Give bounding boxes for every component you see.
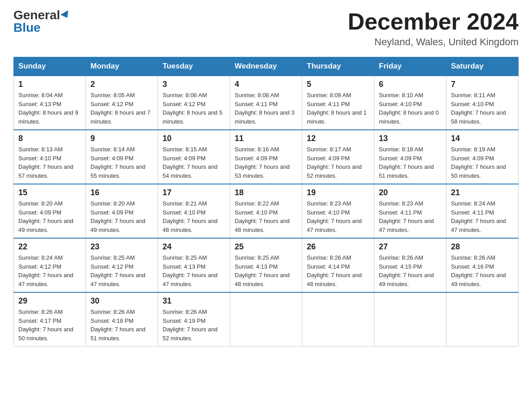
day-number: 9: [90, 134, 153, 143]
weekday-header-friday: Friday: [374, 57, 446, 76]
calendar-cell: 28 Sunrise: 8:26 AMSunset: 4:16 PMDaylig…: [446, 238, 519, 292]
calendar-cell: 18 Sunrise: 8:22 AMSunset: 4:10 PMDaylig…: [230, 184, 302, 238]
day-number: 16: [90, 188, 153, 197]
day-number: 5: [307, 80, 369, 89]
day-info: Sunrise: 8:16 AMSunset: 4:09 PMDaylight:…: [235, 145, 297, 180]
calendar-cell: [374, 292, 446, 347]
calendar-cell: 4 Sunrise: 8:08 AMSunset: 4:11 PMDayligh…: [230, 76, 302, 130]
weekday-header-thursday: Thursday: [302, 57, 374, 76]
location-text: Neyland, Wales, United Kingdom: [348, 36, 519, 48]
day-info: Sunrise: 8:20 AMSunset: 4:09 PMDaylight:…: [90, 199, 153, 234]
day-info: Sunrise: 8:21 AMSunset: 4:10 PMDaylight:…: [163, 199, 225, 234]
day-number: 28: [451, 242, 514, 252]
day-number: 30: [90, 296, 153, 306]
week-row-5: 29 Sunrise: 8:26 AMSunset: 4:17 PMDaylig…: [14, 292, 519, 347]
title-area: December 2024 Neyland, Wales, United Kin…: [348, 9, 519, 48]
logo: General Blue: [13, 9, 70, 34]
calendar-cell: [302, 292, 374, 347]
logo-blue-text: Blue: [13, 21, 41, 34]
day-number: 12: [307, 134, 369, 143]
day-info: Sunrise: 8:04 AMSunset: 4:13 PMDaylight:…: [18, 91, 81, 126]
day-number: 10: [163, 134, 225, 143]
day-number: 8: [18, 134, 81, 143]
calendar-cell: 12 Sunrise: 8:17 AMSunset: 4:09 PMDaylig…: [302, 130, 374, 184]
day-info: Sunrise: 8:17 AMSunset: 4:09 PMDaylight:…: [307, 145, 369, 180]
day-number: 18: [235, 188, 297, 197]
day-number: 3: [163, 80, 225, 89]
calendar-cell: 19 Sunrise: 8:23 AMSunset: 4:10 PMDaylig…: [302, 184, 374, 238]
day-number: 21: [451, 188, 514, 197]
calendar-cell: 21 Sunrise: 8:24 AMSunset: 4:11 PMDaylig…: [446, 184, 519, 238]
day-info: Sunrise: 8:22 AMSunset: 4:10 PMDaylight:…: [235, 199, 297, 234]
day-number: 17: [163, 188, 225, 197]
calendar-cell: 17 Sunrise: 8:21 AMSunset: 4:10 PMDaylig…: [158, 184, 230, 238]
calendar-cell: 24 Sunrise: 8:25 AMSunset: 4:13 PMDaylig…: [158, 238, 230, 292]
calendar-table: SundayMondayTuesdayWednesdayThursdayFrid…: [13, 57, 519, 347]
day-number: 20: [379, 188, 442, 197]
day-info: Sunrise: 8:24 AMSunset: 4:11 PMDaylight:…: [451, 199, 514, 234]
day-info: Sunrise: 8:08 AMSunset: 4:11 PMDaylight:…: [235, 91, 297, 126]
day-number: 6: [379, 80, 442, 89]
calendar-cell: 14 Sunrise: 8:19 AMSunset: 4:09 PMDaylig…: [446, 130, 519, 184]
calendar-cell: 29 Sunrise: 8:26 AMSunset: 4:17 PMDaylig…: [14, 292, 86, 347]
calendar-cell: 5 Sunrise: 8:09 AMSunset: 4:11 PMDayligh…: [302, 76, 374, 130]
day-info: Sunrise: 8:13 AMSunset: 4:10 PMDaylight:…: [18, 145, 81, 180]
calendar-cell: [230, 292, 302, 347]
calendar-cell: 26 Sunrise: 8:26 AMSunset: 4:14 PMDaylig…: [302, 238, 374, 292]
week-row-2: 8 Sunrise: 8:13 AMSunset: 4:10 PMDayligh…: [14, 130, 519, 184]
day-info: Sunrise: 8:23 AMSunset: 4:11 PMDaylight:…: [379, 199, 442, 234]
day-number: 22: [18, 242, 81, 252]
day-info: Sunrise: 8:10 AMSunset: 4:10 PMDaylight:…: [379, 91, 442, 126]
weekday-header-monday: Monday: [86, 57, 158, 76]
calendar-cell: 31 Sunrise: 8:26 AMSunset: 4:19 PMDaylig…: [158, 292, 230, 347]
day-number: 13: [379, 134, 442, 143]
calendar-cell: 20 Sunrise: 8:23 AMSunset: 4:11 PMDaylig…: [374, 184, 446, 238]
week-row-1: 1 Sunrise: 8:04 AMSunset: 4:13 PMDayligh…: [14, 76, 519, 130]
calendar-cell: 30 Sunrise: 8:26 AMSunset: 4:18 PMDaylig…: [86, 292, 158, 347]
calendar-cell: 22 Sunrise: 8:24 AMSunset: 4:12 PMDaylig…: [14, 238, 86, 292]
day-info: Sunrise: 8:18 AMSunset: 4:09 PMDaylight:…: [379, 145, 442, 180]
logo-triangle-icon: [60, 10, 71, 20]
day-info: Sunrise: 8:26 AMSunset: 4:18 PMDaylight:…: [90, 308, 153, 342]
day-info: Sunrise: 8:26 AMSunset: 4:16 PMDaylight:…: [451, 253, 514, 288]
calendar-cell: 11 Sunrise: 8:16 AMSunset: 4:09 PMDaylig…: [230, 130, 302, 184]
day-info: Sunrise: 8:05 AMSunset: 4:12 PMDaylight:…: [90, 91, 153, 126]
day-number: 29: [18, 296, 81, 306]
day-number: 23: [90, 242, 153, 252]
day-info: Sunrise: 8:25 AMSunset: 4:12 PMDaylight:…: [90, 253, 153, 288]
calendar-cell: 23 Sunrise: 8:25 AMSunset: 4:12 PMDaylig…: [86, 238, 158, 292]
day-number: 24: [163, 242, 225, 252]
day-number: 1: [18, 80, 81, 89]
day-info: Sunrise: 8:20 AMSunset: 4:09 PMDaylight:…: [18, 199, 81, 234]
day-info: Sunrise: 8:26 AMSunset: 4:17 PMDaylight:…: [18, 308, 81, 342]
day-info: Sunrise: 8:25 AMSunset: 4:13 PMDaylight:…: [235, 253, 297, 288]
calendar-cell: [446, 292, 519, 347]
weekday-header-sunday: Sunday: [14, 57, 86, 76]
calendar-cell: 27 Sunrise: 8:26 AMSunset: 4:15 PMDaylig…: [374, 238, 446, 292]
week-row-4: 22 Sunrise: 8:24 AMSunset: 4:12 PMDaylig…: [14, 238, 519, 292]
day-number: 15: [18, 188, 81, 197]
day-number: 2: [90, 80, 153, 89]
weekday-header-wednesday: Wednesday: [230, 57, 302, 76]
week-row-3: 15 Sunrise: 8:20 AMSunset: 4:09 PMDaylig…: [14, 184, 519, 238]
day-info: Sunrise: 8:25 AMSunset: 4:13 PMDaylight:…: [163, 253, 225, 288]
day-number: 25: [235, 242, 297, 252]
calendar-cell: 8 Sunrise: 8:13 AMSunset: 4:10 PMDayligh…: [14, 130, 86, 184]
day-number: 31: [163, 296, 225, 306]
day-number: 14: [451, 134, 514, 143]
weekday-header-saturday: Saturday: [446, 57, 519, 76]
day-info: Sunrise: 8:26 AMSunset: 4:15 PMDaylight:…: [379, 253, 442, 288]
day-info: Sunrise: 8:24 AMSunset: 4:12 PMDaylight:…: [18, 253, 81, 288]
page-header: General Blue December 2024 Neyland, Wale…: [13, 9, 519, 48]
calendar-cell: 13 Sunrise: 8:18 AMSunset: 4:09 PMDaylig…: [374, 130, 446, 184]
calendar-cell: 2 Sunrise: 8:05 AMSunset: 4:12 PMDayligh…: [86, 76, 158, 130]
day-info: Sunrise: 8:23 AMSunset: 4:10 PMDaylight:…: [307, 199, 369, 234]
weekday-header-row: SundayMondayTuesdayWednesdayThursdayFrid…: [14, 57, 519, 76]
calendar-cell: 7 Sunrise: 8:11 AMSunset: 4:10 PMDayligh…: [446, 76, 519, 130]
calendar-cell: 16 Sunrise: 8:20 AMSunset: 4:09 PMDaylig…: [86, 184, 158, 238]
day-info: Sunrise: 8:19 AMSunset: 4:09 PMDaylight:…: [451, 145, 514, 180]
calendar-cell: 10 Sunrise: 8:15 AMSunset: 4:09 PMDaylig…: [158, 130, 230, 184]
day-number: 11: [235, 134, 297, 143]
calendar-cell: 1 Sunrise: 8:04 AMSunset: 4:13 PMDayligh…: [14, 76, 86, 130]
month-title: December 2024: [348, 9, 519, 34]
